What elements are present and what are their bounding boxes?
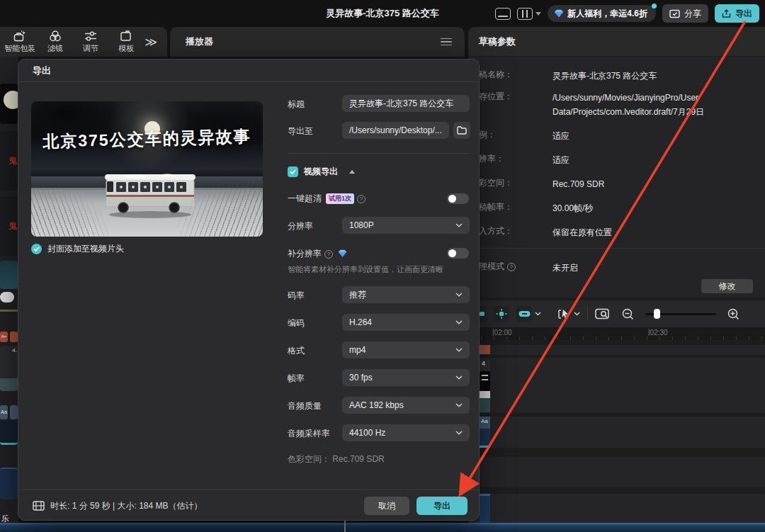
sticker-clip[interactable] <box>480 345 490 354</box>
player-panel-header: 播放器 <box>170 27 465 57</box>
tool-smart-pack[interactable]: 智能包装 <box>3 30 37 54</box>
codec-value: H.264 <box>349 317 372 327</box>
timeline-track[interactable] <box>468 345 765 355</box>
media-thumb-ghost[interactable]: 鬼 <box>0 131 18 191</box>
media-thumb-blue[interactable] <box>0 261 18 289</box>
tool-filter[interactable]: 滤镜 <box>38 30 72 54</box>
help-icon[interactable]: ? <box>324 250 333 259</box>
text-template-badge[interactable] <box>10 405 18 419</box>
slider-handle[interactable] <box>654 309 660 319</box>
cover-preview[interactable]: 北京375公交车的灵异故事 <box>31 101 263 237</box>
timeline-track[interactable] <box>468 358 765 413</box>
media-thumb-car[interactable]: 4. <box>0 346 18 391</box>
player-menu-icon[interactable] <box>441 36 452 48</box>
codec-select[interactable]: H.264 <box>342 314 470 331</box>
share-label: 分享 <box>684 8 701 20</box>
template-badge[interactable] <box>10 332 18 342</box>
text-clip[interactable]: 4 <box>480 360 490 371</box>
field-label: 帧率 <box>288 373 305 385</box>
timeline-ruler[interactable]: | 02:00 | 02:30 <box>468 327 765 340</box>
draft-row-value: /Users/sunny/Movies/JianyingPro/User Dat… <box>552 91 759 119</box>
adjust-icon <box>84 30 98 43</box>
promo-label: 新人福利，幸运4.6折 <box>567 8 647 20</box>
colorspace-info: 色彩空间： Rec.709 SDR <box>288 453 385 465</box>
export-path-input[interactable] <box>342 122 449 139</box>
tool-label: 模板 <box>118 43 134 54</box>
resolution-select[interactable]: 1080P <box>342 217 470 234</box>
text-template-badge[interactable]: Aa <box>0 405 8 419</box>
hd-toggle-off[interactable] <box>447 193 469 204</box>
tool-template[interactable]: 模板 <box>109 30 143 54</box>
export-dialog: 导出 <box>18 59 480 521</box>
media-badge[interactable] <box>0 292 14 302</box>
audio-quality-select[interactable]: AAC 192 kbps <box>342 397 470 414</box>
toolbar-expand-button[interactable]: ≫ <box>144 35 157 50</box>
fps-select[interactable]: 30 fps <box>342 369 470 386</box>
layout-bottom-panel-icon[interactable] <box>495 8 511 20</box>
help-icon[interactable]: ? <box>357 195 366 203</box>
timeline-zoom-slider[interactable] <box>645 309 716 319</box>
field-label: 码率 <box>288 290 305 302</box>
timeline-track[interactable] <box>468 494 765 525</box>
dialog-header: 导出 <box>18 60 479 82</box>
link-tool[interactable] <box>516 306 541 322</box>
timeline-track[interactable] <box>468 457 765 487</box>
media-thumb-moon[interactable] <box>0 84 18 124</box>
media-thumb-ghost[interactable]: 鬼 <box>0 196 18 256</box>
resolution-value: 1080P <box>349 220 374 230</box>
export-button-top[interactable]: 导出 <box>715 4 759 23</box>
preview-frame-icon[interactable] <box>595 308 609 319</box>
sample-rate-value: 44100 Hz <box>349 428 385 438</box>
browse-folder-button[interactable] <box>453 122 470 139</box>
template-badge[interactable]: A= <box>0 332 8 342</box>
collapse-icon[interactable] <box>349 170 355 174</box>
chevron-down-icon <box>574 312 580 316</box>
video-clip[interactable] <box>480 391 490 412</box>
modify-button[interactable]: 修改 <box>701 279 753 293</box>
field-label: 标题 <box>288 98 305 111</box>
divider <box>288 153 470 154</box>
media-thumb-audio[interactable] <box>0 468 18 499</box>
grass-texture <box>178 176 263 237</box>
timeline-playhead[interactable] <box>344 521 346 532</box>
promo-banner[interactable]: 新人福利，幸运4.6折 <box>548 5 656 22</box>
super-res-label: 补分辨率? <box>288 248 347 260</box>
checkbox-checked[interactable] <box>288 166 298 177</box>
help-icon[interactable]: ? <box>507 263 516 271</box>
select-tool[interactable] <box>558 309 580 319</box>
share-button[interactable]: 分享 <box>662 4 708 23</box>
sample-rate-select[interactable]: 44100 Hz <box>342 424 470 441</box>
ghost-char: 鬼 <box>8 220 17 232</box>
layout-switcher[interactable] <box>517 8 541 20</box>
timeline-track[interactable] <box>468 417 765 448</box>
export-button-dialog[interactable]: 导出 <box>416 497 468 515</box>
draft-row-label: 理模式? <box>479 261 516 273</box>
zoom-out-icon[interactable] <box>622 308 634 320</box>
video-export-label: 视频导出 <box>304 166 338 178</box>
draft-panel-title: 草稿参数 <box>479 35 516 48</box>
draft-row-label: 入方式： <box>479 225 513 237</box>
video-export-row[interactable]: 视频导出 <box>288 166 355 178</box>
format-select[interactable]: mp4 <box>342 341 470 358</box>
ruler-label: | 02:30 <box>648 328 650 336</box>
audio-clip[interactable] <box>480 429 490 448</box>
timeline-bottom-audio-bar[interactable] <box>0 523 765 532</box>
chevron-down-icon <box>455 320 463 324</box>
text-clip[interactable]: Aa <box>480 417 490 429</box>
auto-snap-tool-icon[interactable] <box>494 306 509 322</box>
tool-adjust[interactable]: 调节 <box>74 30 108 54</box>
video-clip[interactable] <box>480 371 490 391</box>
cancel-button[interactable]: 取消 <box>364 497 409 515</box>
template-icon <box>119 30 133 43</box>
audio-clip[interactable] <box>480 494 490 525</box>
chevron-down-icon <box>455 403 463 407</box>
media-thumb-audio[interactable] <box>0 421 18 445</box>
title-input[interactable] <box>342 95 470 112</box>
super-res-toggle-off[interactable] <box>447 248 469 259</box>
bitrate-select[interactable]: 推荐 <box>342 286 470 303</box>
ghost-char: 鬼 <box>8 155 17 167</box>
zoom-in-icon[interactable] <box>727 308 740 320</box>
cover-checkbox-row[interactable]: 封面添加至视频片头 <box>31 243 124 255</box>
checkbox-checked[interactable] <box>31 244 42 254</box>
draft-row-label: 辨率： <box>479 153 504 165</box>
